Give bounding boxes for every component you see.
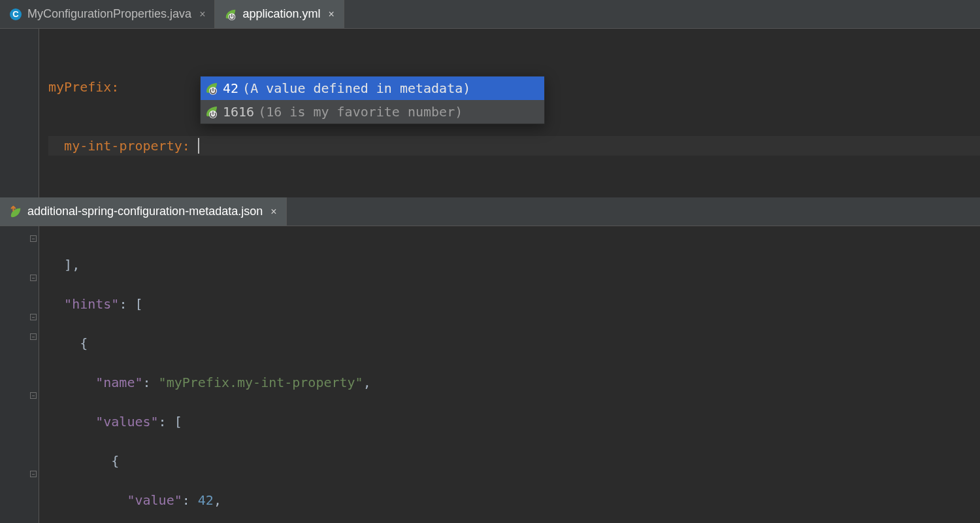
fold-icon[interactable]	[30, 392, 37, 399]
completion-item[interactable]: 1616 (16 is my favorite number)	[201, 100, 544, 124]
spring-icon	[224, 8, 237, 21]
tab-additional-spring-metadata[interactable]: additional-spring-configuration-metadata…	[0, 197, 287, 226]
top-tabbar: MyConfigurationProperties.java × applica…	[0, 0, 980, 29]
tab-label: application.yml	[242, 7, 320, 21]
fold-icon[interactable]	[30, 333, 37, 340]
spring-icon	[204, 105, 219, 119]
completion-popup: 42 (A value defined in metadata) 1616 (1…	[200, 76, 545, 124]
json-editor[interactable]: ], "hints": [ { "name": "myPrefix.my-int…	[39, 226, 980, 523]
spring-icon	[204, 81, 219, 95]
completion-value: 1616	[223, 104, 254, 120]
text-caret	[198, 138, 199, 154]
editor-pane-json: ], "hints": [ { "name": "myPrefix.my-int…	[0, 226, 980, 523]
class-icon	[9, 8, 22, 21]
tab-my-configuration-properties[interactable]: MyConfigurationProperties.java ×	[0, 0, 215, 28]
tab-application-yml[interactable]: application.yml ×	[215, 0, 344, 28]
editor-pane-yaml: myPrefix: my-int-property: 42 (A value d…	[0, 29, 980, 197]
close-icon[interactable]: ×	[326, 8, 335, 20]
editor-gutter	[0, 29, 39, 197]
json-key: "hints"	[64, 296, 119, 312]
json-key: "values"	[95, 414, 158, 430]
completion-desc: (A value defined in metadata)	[242, 80, 470, 96]
json-string: "myPrefix.my-int-property"	[159, 375, 363, 390]
completion-desc: (16 is my favorite number)	[258, 104, 463, 120]
fold-icon[interactable]	[30, 314, 37, 320]
completion-item[interactable]: 42 (A value defined in metadata)	[201, 76, 544, 100]
json-key: "value"	[127, 492, 182, 508]
close-icon[interactable]: ×	[197, 8, 205, 20]
bottom-tabbar: additional-spring-configuration-metadata…	[0, 197, 980, 226]
editor-gutter	[0, 226, 39, 523]
json-number: 42	[198, 492, 214, 508]
fold-icon[interactable]	[30, 235, 37, 242]
close-icon[interactable]: ×	[268, 206, 276, 218]
completion-value: 42	[223, 80, 238, 96]
fold-icon[interactable]	[30, 275, 37, 281]
yaml-key: myPrefix:	[48, 79, 119, 95]
tab-label: additional-spring-configuration-metadata…	[27, 205, 263, 218]
json-icon	[9, 205, 22, 218]
json-key: "name"	[95, 375, 142, 390]
yaml-key: my-int-property:	[64, 138, 190, 154]
fold-icon[interactable]	[30, 471, 37, 477]
tab-label: MyConfigurationProperties.java	[27, 7, 191, 21]
